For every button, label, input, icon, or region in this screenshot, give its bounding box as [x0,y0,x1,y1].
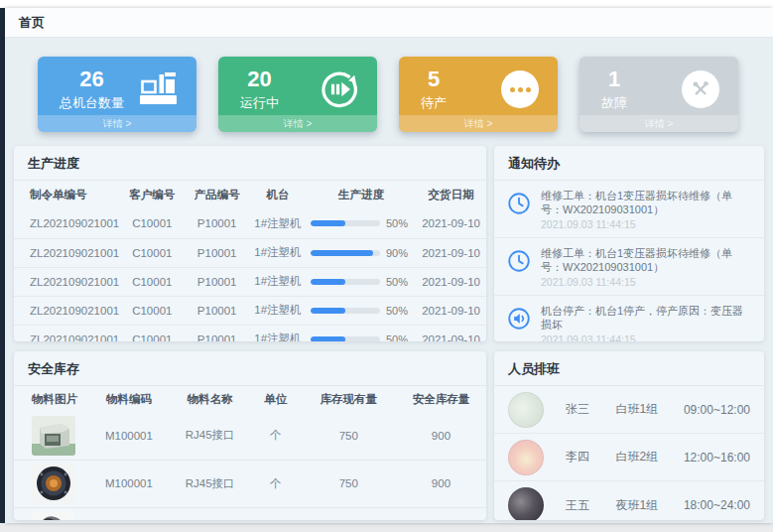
shift-time: 09:00~12:00 [684,403,750,417]
progress-bar [311,279,380,285]
list-item: 李四 白班2组 12:00~16:00 [494,434,764,481]
clock-icon [506,248,532,274]
notifications-panel: 通知待办 维修工单：机台1变压器损坏待维修（单号：WX202109031001）… [494,146,764,341]
rj45-connector-photo [32,416,75,456]
pending-value: 5 [421,67,447,91]
col-header-order: 制令单编号 [14,181,119,209]
shift-label: 白班2组 [616,449,684,466]
table-row: ZL202109021001 C10001 P10001 1#注塑机 90% 2… [14,238,486,267]
employee-name: 李四 [566,449,616,466]
safety-stock-table: 物料图片 物料编码 物料名称 单位 库存现有量 安全库存量 [14,386,486,520]
personnel-schedule-panel: 人员排班 张三 白班1组 09:00~12:00 李四 白班2组 12:00~1… [494,351,764,520]
fault-label: 故障 [601,94,627,112]
col-header-safety-stock: 安全库存量 [396,386,486,412]
progress-bar [311,308,380,314]
col-header-machine: 机台 [249,181,307,209]
production-progress-title: 生产进度 [14,146,486,181]
card-running[interactable]: 20 运行中 详情 > [218,57,377,132]
total-machines-value: 26 [60,67,124,91]
stat-cards-row: 26 总机台数量 详情 [14,38,764,132]
employee-name: 张三 [566,401,616,418]
notification-timestamp: 2021.09.03 11:44:15 [541,276,752,288]
running-value: 20 [240,67,279,91]
running-detail-link[interactable]: 详情 > [218,115,377,132]
clock-icon [506,191,532,216]
avatar [508,440,544,475]
safety-stock-title: 安全库存 [14,351,486,386]
ellipsis-icon [500,69,540,109]
machine-icon [139,69,179,109]
total-machines-detail-link[interactable]: 详情 > [38,115,196,132]
tab-bar: 首页 [5,8,773,38]
shift-label: 夜班1组 [616,497,684,514]
col-header-material-image: 物料图片 [14,386,88,412]
notification-timestamp: 2021.09.03 11:44:15 [541,218,752,230]
speaker-driver-photo [32,511,75,520]
running-label: 运行中 [240,94,279,112]
employee-name: 王五 [566,497,616,514]
col-header-progress: 生产进度 [307,181,416,209]
table-row: ZL202109021001 C10001 P10001 1#注塑机 50% 2… [14,267,486,296]
table-row: ZL202109021001 C10001 P10001 1#注塑机 50% 2… [14,325,486,341]
table-row: M100001 RJ45接口 个 750 900 [14,412,486,460]
col-header-unit: 单位 [250,386,302,412]
table-row: ZL202109021001 C10001 P10001 1#注塑机 50% 2… [14,209,486,238]
col-header-product: 产品编号 [185,181,249,209]
production-progress-panel: 生产进度 制令单编号 客户编号 产品编号 机台 生产进度 交货日期 [14,146,486,341]
card-fault[interactable]: 1 故障 [580,57,738,132]
bottom-strip [0,523,773,532]
running-icon [320,69,359,109]
main-window: 首页 26 总机台数量 [5,8,773,523]
personnel-schedule-title: 人员排班 [494,351,764,386]
progress-bar [311,220,380,226]
panel-grid: 生产进度 制令单编号 客户编号 产品编号 机台 生产进度 交货日期 [14,146,764,520]
safety-stock-panel: 安全库存 物料图片 物料编码 物料名称 单位 库存现有量 安全库存量 [14,351,486,520]
tab-home[interactable]: 首页 [19,14,45,32]
pending-label: 待产 [421,94,447,112]
col-header-current-stock: 库存现有量 [302,386,396,412]
dashboard-page: 首页 26 总机台数量 [0,0,773,532]
repair-tools-icon [681,69,720,109]
progress-bar [311,250,380,256]
fault-detail-link[interactable]: 详情 > [580,115,738,132]
avatar [508,392,544,428]
progress-bar [311,336,380,341]
list-item[interactable]: 机台停产：机台1停产，停产原因：变压器损坏 2021.09.03 11:44:1… [494,296,764,341]
col-header-material-name: 物料名称 [170,386,250,412]
col-header-customer: 客户编号 [119,181,185,209]
speaker-icon [506,306,532,332]
list-item[interactable]: 维修工单：机台1变压器损坏待维修（单号：WX202109031001） 2021… [494,238,764,296]
shift-time: 12:00~16:00 [684,451,750,465]
pending-detail-link[interactable]: 详情 > [399,115,558,132]
shift-time: 18:00~24:00 [684,498,750,512]
list-item: 张三 白班1组 09:00~12:00 [494,386,764,434]
content-area: 26 总机台数量 详情 [5,38,773,520]
avatar [508,487,544,520]
notifications-title: 通知待办 [494,146,764,181]
col-header-date: 交货日期 [416,181,486,209]
shift-label: 白班1组 [616,401,684,418]
card-pending[interactable]: 5 待产 详情 > [399,57,558,132]
table-row: M100001 RJ45接口 个 750 900 [14,507,486,520]
fault-value: 1 [601,67,627,91]
list-item: 王五 夜班1组 18:00~24:00 [494,481,764,520]
card-total-machines[interactable]: 26 总机台数量 详情 [38,57,196,132]
table-row: M100001 RJ45接口 个 750 900 [14,460,486,507]
notification-timestamp: 2021.09.03 11:44:15 [541,333,752,341]
total-machines-label: 总机台数量 [60,94,124,112]
round-speaker-photo [32,464,75,503]
col-header-material-code: 物料编码 [88,386,171,412]
production-progress-table: 制令单编号 客户编号 产品编号 机台 生产进度 交货日期 ZL202109021… [14,181,486,341]
table-row: ZL202109021001 C10001 P10001 1#注塑机 50% 2… [14,296,486,325]
list-item[interactable]: 维修工单：机台1变压器损坏待维修（单号：WX202109031001） 2021… [494,181,764,238]
